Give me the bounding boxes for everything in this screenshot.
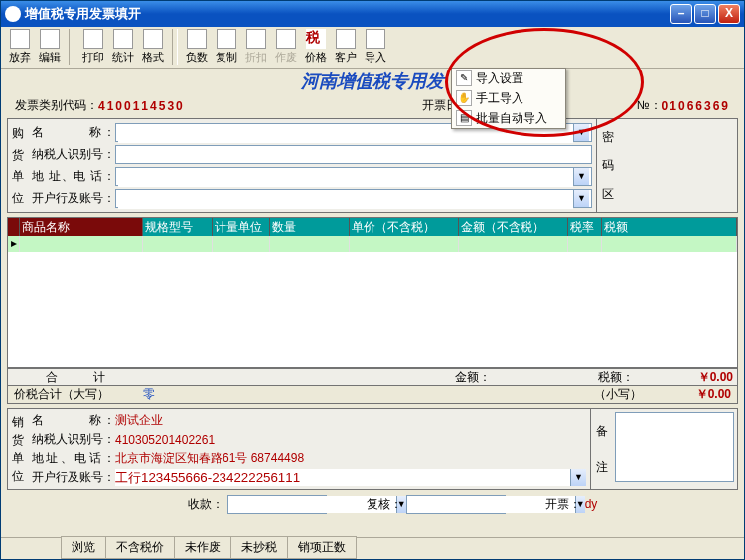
daxie-label: 价税合计（大写） — [8, 386, 137, 403]
buyer-bank-input[interactable]: ▼ — [115, 189, 592, 208]
price-icon: 税 — [306, 29, 326, 49]
buyer-addr-label: 地 址、电 话： — [32, 168, 115, 185]
col-rate[interactable]: 税率 — [568, 218, 602, 236]
batch-icon: ▤ — [456, 110, 472, 126]
password-area — [618, 119, 737, 212]
window-frame: 增值税专用发票填开 – □ X 放弃 编辑 打印 统计 格式 负数 复制 折扣 … — [0, 0, 745, 560]
edit-icon — [40, 29, 60, 49]
password-area-label: 密码区 — [596, 119, 618, 212]
void-button[interactable]: 作废 — [271, 29, 301, 67]
tax-value: ￥0.00 — [677, 369, 737, 386]
import-icon — [366, 29, 385, 49]
col-spec[interactable]: 规格型号 — [143, 218, 213, 236]
code-label: 发票类别代码： — [15, 97, 98, 114]
daxie-value: 零 — [137, 386, 588, 403]
manual-icon: ✋ — [456, 90, 472, 106]
col-amount[interactable]: 金额（不含税） — [459, 218, 568, 236]
discount-button[interactable]: 折扣 — [241, 29, 271, 67]
seller-addr: 北京市海淀区知春路61号 68744498 — [115, 450, 586, 467]
col-name[interactable]: 商品名称 — [20, 218, 143, 236]
invoice-no: 01066369 — [662, 99, 730, 113]
stat-icon — [113, 29, 133, 49]
import-button[interactable]: 导入 — [361, 29, 390, 67]
no-label: №： — [637, 97, 662, 114]
copy-icon — [217, 29, 236, 49]
buyer-panel: 购货单位 名 称： ▼ 纳税人识别号： 地 址、电 话： ▼ 开户行及账号： ▼… — [7, 118, 738, 213]
buyer-taxid-input[interactable] — [115, 145, 592, 164]
chevron-down-icon[interactable]: ▼ — [573, 168, 589, 185]
void-icon — [276, 29, 296, 49]
signature-row: 收款： ▼ 复核： ▼ 开票： dy — [7, 493, 738, 515]
row-marker-icon: ▸ — [8, 236, 20, 252]
price-button[interactable]: 税价格 — [301, 29, 331, 67]
buyer-side-label: 购货单位 — [8, 119, 28, 212]
batch-import-item[interactable]: ▤批量自动导入 — [452, 108, 565, 128]
format-icon — [143, 29, 163, 49]
minimize-button[interactable]: – — [670, 4, 692, 24]
seller-side-label: 销货单位 — [8, 409, 28, 489]
seller-bank-label: 开户行及账号： — [32, 469, 115, 486]
col-tax[interactable]: 税额 — [602, 218, 737, 236]
maximize-button[interactable]: □ — [694, 4, 716, 24]
import-dropdown: ✎导入设置 ✋手工导入 ▤批量自动导入 — [451, 68, 566, 129]
total-label: 合 计 — [8, 369, 143, 386]
import-settings-item[interactable]: ✎导入设置 — [452, 69, 565, 88]
toolbar: 放弃 编辑 打印 统计 格式 负数 复制 折扣 作废 税价格 客户 导入 — [1, 27, 744, 69]
seller-name: 测试企业 — [115, 412, 586, 429]
review-input[interactable]: ▼ — [406, 495, 506, 514]
review-label: 复核： — [367, 496, 402, 513]
buyer-addr-input[interactable]: ▼ — [115, 167, 592, 186]
memo-input[interactable] — [615, 412, 734, 482]
close-button[interactable]: X — [718, 4, 740, 24]
settings-icon: ✎ — [456, 70, 472, 86]
buyer-bank-label: 开户行及账号： — [32, 190, 115, 207]
buyer-taxid-label: 纳税人识别号： — [32, 146, 115, 163]
print-icon — [83, 29, 103, 49]
tab-uncopy[interactable]: 未抄税 — [230, 536, 288, 559]
invoice-code: 4100114530 — [98, 99, 185, 113]
abandon-icon — [10, 29, 30, 49]
issuer-label: 开票： — [545, 496, 581, 513]
chevron-down-icon[interactable]: ▼ — [570, 469, 586, 486]
col-price[interactable]: 单价（不含税） — [350, 218, 459, 236]
discount-icon — [246, 29, 266, 49]
manual-import-item[interactable]: ✋手工导入 — [452, 88, 565, 108]
chevron-down-icon[interactable]: ▼ — [573, 190, 589, 207]
negative-icon — [187, 29, 207, 49]
customer-icon — [336, 29, 356, 49]
tab-poscount[interactable]: 销项正数 — [287, 536, 357, 559]
seller-taxid-label: 纳税人识别号： — [32, 431, 115, 448]
invoice-info-row: 发票类别代码： 4100114530 开票日 №： 01066369 — [1, 97, 744, 118]
tab-unvoid[interactable]: 未作废 — [174, 536, 231, 559]
edit-button[interactable]: 编辑 — [35, 29, 65, 67]
payee-label: 收款： — [188, 496, 224, 513]
col-qty[interactable]: 数量 — [270, 218, 350, 236]
col-unit[interactable]: 计量单位 — [213, 218, 270, 236]
total-daxie-row: 价税合计（大写） 零 （小写） ￥0.00 — [7, 386, 738, 404]
tab-browse[interactable]: 浏览 — [61, 536, 106, 559]
stat-button[interactable]: 统计 — [108, 29, 138, 67]
customer-button[interactable]: 客户 — [331, 29, 361, 67]
tab-notax[interactable]: 不含税价 — [105, 536, 175, 559]
window-title: 增值税专用发票填开 — [25, 5, 670, 23]
print-button[interactable]: 打印 — [78, 29, 108, 67]
page-title: 河南增值税专用发 — [1, 69, 744, 97]
copy-button[interactable]: 复制 — [212, 29, 241, 67]
totals-row: 合 计 金额： 税额： ￥0.00 — [7, 368, 738, 386]
abandon-button[interactable]: 放弃 — [5, 29, 35, 67]
seller-bank-input[interactable]: ▼ — [115, 469, 586, 486]
app-icon — [5, 6, 21, 22]
format-button[interactable]: 格式 — [138, 29, 168, 67]
amount-label: 金额： — [451, 369, 495, 386]
chevron-down-icon[interactable]: ▼ — [573, 124, 589, 141]
grid-header: 商品名称 规格型号 计量单位 数量 单价（不含税） 金额（不含税） 税率 税额 — [8, 218, 737, 236]
titlebar[interactable]: 增值税专用发票填开 – □ X — [1, 1, 744, 27]
memo-side-label: 备注 — [590, 409, 612, 489]
negative-button[interactable]: 负数 — [182, 29, 212, 67]
items-grid[interactable]: 商品名称 规格型号 计量单位 数量 单价（不含税） 金额（不含税） 税率 税额 … — [7, 217, 738, 368]
xiaoxie-label: （小写） — [588, 386, 648, 403]
payee-input[interactable]: ▼ — [227, 495, 327, 514]
seller-name-label: 名 称： — [32, 412, 115, 429]
grid-row[interactable]: ▸ — [8, 236, 737, 252]
xiaoxie-value: ￥0.00 — [648, 386, 737, 403]
